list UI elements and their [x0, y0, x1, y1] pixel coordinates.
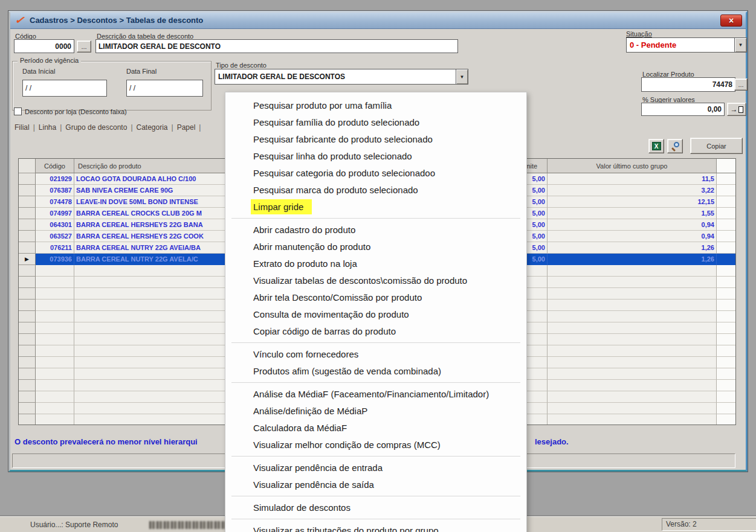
header-codigo[interactable]: Código — [36, 159, 74, 173]
cell-valor-ultimo-custo[interactable] — [548, 300, 717, 311]
menu-item-pesquisar-marca-do-produto-selecionado[interactable]: Pesquisar marca do produto selecionado — [225, 182, 526, 199]
localizar-browse-button[interactable]: ... — [734, 79, 748, 91]
cell-valor-ultimo-custo[interactable] — [548, 311, 717, 322]
cell-valor-ultimo-custo[interactable]: 12,15 — [548, 196, 717, 208]
cell-codigo[interactable]: 076387 — [36, 185, 74, 196]
cell-valor-ultimo-custo[interactable] — [548, 357, 717, 368]
cell-valor-ultimo-custo[interactable] — [548, 277, 717, 288]
cell-codigo[interactable] — [36, 322, 74, 334]
row-selector[interactable] — [19, 414, 36, 425]
menu-item-pesquisar-fabricante-do-produto-selecionado[interactable]: Pesquisar fabricante do produto selecion… — [225, 131, 526, 148]
cell-valor-ultimo-custo[interactable] — [548, 403, 717, 414]
row-selector[interactable] — [19, 345, 36, 357]
menu-item-analise-definicao-de-mediap[interactable]: Análise/definição de MédiaP — [225, 403, 526, 420]
row-selector[interactable] — [19, 242, 36, 254]
codigo-browse-button[interactable]: ... — [77, 40, 91, 53]
row-selector[interactable] — [19, 322, 36, 334]
row-selector[interactable]: ▶ — [19, 254, 36, 265]
data-final-field[interactable]: / / — [126, 80, 203, 97]
menu-item-abrir-cadastro-do-produto[interactable]: Abrir cadastro do produto — [225, 222, 526, 239]
cell-valor-ultimo-custo[interactable] — [548, 380, 717, 391]
cell-valor-ultimo-custo[interactable] — [548, 288, 717, 300]
cell-valor-ultimo-custo[interactable]: 1,26 — [548, 242, 717, 254]
menu-item-visualizar-melhor-condicao-de-compras-mcc[interactable]: Visualizar melhor condição de compras (M… — [225, 437, 526, 453]
row-selector[interactable] — [19, 300, 36, 311]
row-selector[interactable] — [19, 391, 36, 403]
situacao-combo[interactable]: 0 - Pendente ▼ — [626, 37, 747, 53]
desconto-loja-checkbox[interactable] — [14, 107, 22, 115]
cell-valor-ultimo-custo[interactable] — [548, 334, 717, 345]
menu-item-copiar-codigo-de-barras-do-produto[interactable]: Copiar código de barras do produto — [225, 323, 526, 340]
cell-codigo[interactable] — [36, 414, 74, 425]
row-selector[interactable] — [19, 357, 36, 368]
row-selector[interactable] — [19, 380, 36, 391]
cell-codigo[interactable] — [36, 368, 74, 380]
search-button[interactable] — [667, 139, 683, 153]
cell-codigo[interactable] — [36, 300, 74, 311]
cell-codigo[interactable] — [36, 277, 74, 288]
cell-codigo[interactable] — [36, 311, 74, 322]
chevron-down-icon[interactable]: ▼ — [734, 38, 746, 52]
cell-codigo[interactable] — [36, 288, 74, 300]
cell-codigo[interactable] — [36, 345, 74, 357]
cell-valor-ultimo-custo[interactable] — [548, 414, 717, 425]
cell-valor-ultimo-custo[interactable]: 1,55 — [548, 208, 717, 219]
tipo-desconto-combo[interactable]: LIMITADOR GERAL DE DESCONTOS ▼ — [215, 69, 468, 85]
menu-item-abrir-tela-desconto-comissao-por-produto[interactable]: Abrir tela Desconto/Comissão por produto — [225, 289, 526, 306]
menu-item-analise-da-mediaf-faceamento-financiamento-limitador[interactable]: Análise da MédiaF (Faceamento/Financiame… — [225, 386, 526, 403]
cell-valor-ultimo-custo[interactable] — [548, 391, 717, 403]
cell-codigo[interactable]: 064301 — [36, 219, 74, 231]
menu-item-pesquisar-produto-por-uma-familia[interactable]: Pesquisar produto por uma família — [225, 97, 526, 114]
row-selector[interactable] — [19, 403, 36, 414]
apply-suggest-button[interactable]: → — [727, 103, 746, 116]
header-valor-ultimo-custo[interactable]: Valor último custo grupo — [548, 159, 717, 173]
cell-codigo[interactable]: 063527 — [36, 231, 74, 242]
row-selector[interactable] — [19, 265, 36, 277]
cell-codigo[interactable]: 073936 — [36, 254, 74, 265]
data-inicial-field[interactable]: / / — [22, 80, 107, 97]
cell-codigo[interactable] — [36, 357, 74, 368]
menu-item-abrir-manutencao-do-produto[interactable]: Abrir manutenção do produto — [225, 239, 526, 255]
menu-item-vinculo-com-fornecedores[interactable]: Vínculo com fornecedores — [225, 346, 526, 363]
cell-valor-ultimo-custo[interactable]: 3,22 — [548, 185, 717, 196]
row-selector[interactable] — [19, 173, 36, 185]
cell-codigo[interactable]: 074478 — [36, 196, 74, 208]
cell-codigo[interactable] — [36, 265, 74, 277]
menu-item-consulta-de-movimentacao-do-produto[interactable]: Consulta de movimentação do produto — [225, 306, 526, 323]
tab-linha[interactable]: Linha — [39, 123, 56, 132]
export-excel-button[interactable]: X — [648, 139, 664, 153]
cell-codigo[interactable]: 074997 — [36, 208, 74, 219]
cell-valor-ultimo-custo[interactable]: 0,94 — [548, 219, 717, 231]
row-selector[interactable] — [19, 185, 36, 196]
row-selector[interactable] — [19, 208, 36, 219]
menu-item-produtos-afim-sugestao-de-venda-combinada[interactable]: Produtos afim (sugestão de venda combina… — [225, 363, 526, 380]
menu-item-extrato-do-produto-na-loja[interactable]: Extrato do produto na loja — [225, 255, 526, 272]
window-titlebar[interactable]: ✓ Cadastros > Descontos > Tabelas de des… — [10, 13, 746, 29]
close-button[interactable]: × — [720, 14, 742, 27]
cell-valor-ultimo-custo[interactable]: 11,5 — [548, 173, 717, 185]
row-selector[interactable] — [19, 288, 36, 300]
menu-item-visualizar-pendencia-de-entrada[interactable]: Visualizar pendência de entrada — [225, 460, 526, 476]
cell-valor-ultimo-custo[interactable] — [548, 265, 717, 277]
cell-valor-ultimo-custo[interactable] — [548, 345, 717, 357]
tab-papel[interactable]: Papel — [177, 123, 196, 132]
tab-categoria[interactable]: Categoria — [137, 123, 168, 132]
sugerir-valores-field[interactable]: 0,00 — [641, 103, 725, 116]
chevron-down-icon[interactable]: ▼ — [456, 69, 468, 84]
menu-item-pesquisar-familia-do-produto-selecionado[interactable]: Pesquisar família do produto selecionado — [225, 114, 526, 131]
cell-valor-ultimo-custo[interactable] — [548, 322, 717, 334]
menu-item-visualizar-as-tributacoes-do-produto-por-grupo[interactable]: Visualizar as tributações do produto por… — [225, 522, 526, 532]
tab-filial[interactable]: Filial — [15, 123, 30, 132]
row-selector[interactable] — [19, 311, 36, 322]
localizar-produto-field[interactable]: 74478 — [641, 77, 735, 92]
menu-item-visualizar-tabelas-de-descontos-comissao-do-produto[interactable]: Visualizar tabelas de descontos\comissão… — [225, 272, 526, 289]
row-selector[interactable] — [19, 334, 36, 345]
cell-codigo[interactable]: 076211 — [36, 242, 74, 254]
descricao-field[interactable]: LIMITADOR GERAL DE DESCONTO — [95, 39, 458, 53]
cell-valor-ultimo-custo[interactable]: 1,26 — [548, 254, 717, 265]
row-selector[interactable] — [19, 219, 36, 231]
codigo-field[interactable]: 0000 — [14, 39, 74, 53]
row-selector[interactable] — [19, 231, 36, 242]
cell-codigo[interactable] — [36, 403, 74, 414]
cell-codigo[interactable] — [36, 380, 74, 391]
